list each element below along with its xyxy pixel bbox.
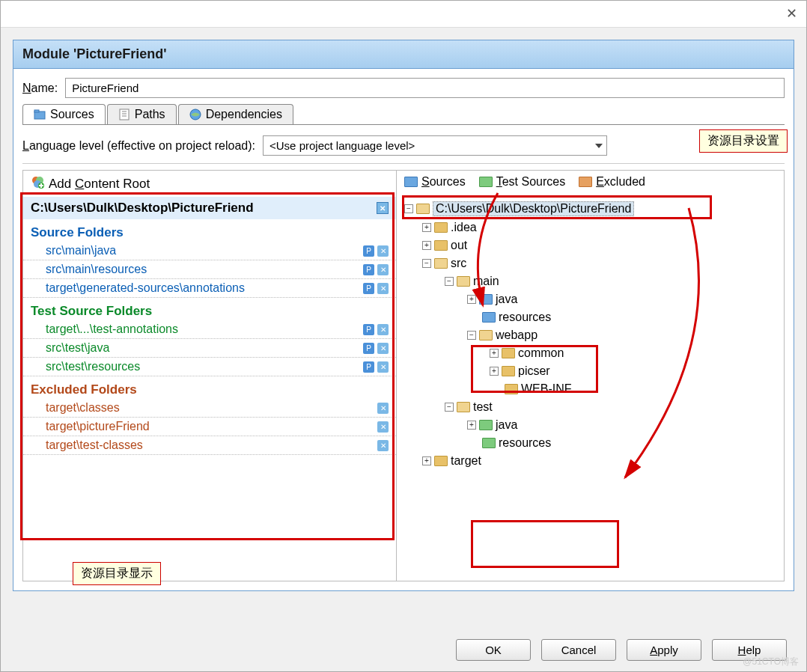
- svg-rect-2: [120, 109, 129, 120]
- expander-icon[interactable]: +: [490, 349, 499, 358]
- expander-icon[interactable]: +: [467, 295, 476, 304]
- properties-icon[interactable]: P: [363, 361, 374, 373]
- folder-green-icon: [482, 438, 496, 448]
- remove-icon[interactable]: ✕: [377, 264, 389, 275]
- expander-icon[interactable]: −: [422, 259, 431, 268]
- tree-node-target[interactable]: +target: [404, 452, 776, 470]
- test-folder-item[interactable]: src\test\javaP✕: [23, 339, 396, 358]
- source-folder-item[interactable]: src\main\javaP✕: [23, 242, 396, 260]
- expander-icon[interactable]: −: [467, 331, 476, 340]
- expander-icon[interactable]: +: [422, 223, 431, 232]
- folder-orange-icon: [579, 177, 592, 187]
- expander-icon[interactable]: +: [490, 367, 499, 376]
- source-folder-item[interactable]: target\generated-sources\annotationsP✕: [23, 279, 396, 298]
- cancel-button[interactable]: Cancel: [541, 639, 616, 661]
- folder-icon: [416, 204, 430, 214]
- folder-icon: [505, 384, 518, 394]
- expander-icon[interactable]: −: [445, 403, 454, 412]
- excluded-folder-item[interactable]: target\test-classes✕: [23, 436, 396, 455]
- module-title: Module 'PictureFriend': [13, 40, 794, 69]
- close-icon[interactable]: ✕: [786, 5, 797, 22]
- tree-node-common[interactable]: +common: [404, 344, 776, 362]
- remove-icon[interactable]: ✕: [377, 245, 389, 257]
- add-content-root[interactable]: Add Content Root: [23, 171, 396, 197]
- tree-node-src[interactable]: −src: [404, 254, 776, 272]
- remove-icon[interactable]: ✕: [377, 440, 389, 451]
- folder-icon: [434, 240, 448, 251]
- remove-icon[interactable]: ✕: [377, 343, 389, 354]
- folder-icon: [434, 258, 448, 269]
- tab-paths-label: Paths: [135, 108, 165, 121]
- test-folder-item[interactable]: src\test\resourcesP✕: [23, 358, 396, 376]
- folder-blue-icon: [404, 177, 418, 187]
- folder-blue-icon: [479, 294, 493, 305]
- excluded-folder-item[interactable]: target\classes✕: [23, 399, 396, 418]
- ok-button[interactable]: OK: [456, 639, 531, 661]
- language-level-label: Language level (effective on project rel…: [22, 139, 255, 153]
- deps-tab-icon: [189, 109, 201, 120]
- source-folders-title: Source Folders: [23, 219, 396, 242]
- folder-icon: [457, 402, 470, 412]
- callout-display: 资源目录显示: [73, 562, 161, 585]
- tree-node-java[interactable]: +java: [404, 290, 776, 308]
- language-level-row: Language level (effective on project rel…: [22, 129, 785, 164]
- name-input[interactable]: [65, 78, 785, 98]
- expander-icon[interactable]: +: [422, 456, 431, 465]
- tree-node-test[interactable]: −test: [404, 398, 776, 416]
- tree-node-picser[interactable]: +picser: [404, 362, 776, 380]
- tree-node-test-resources[interactable]: resources: [404, 434, 776, 452]
- expander-icon[interactable]: −: [404, 204, 413, 213]
- properties-icon[interactable]: P: [363, 343, 374, 354]
- tab-sources-label: Sources: [50, 108, 94, 121]
- folder-icon: [502, 348, 515, 358]
- tab-dependencies[interactable]: Dependencies: [178, 104, 293, 124]
- tree-node-test-java[interactable]: +java: [404, 416, 776, 434]
- tree-root[interactable]: −C:\Users\Dulk\Desktop\PictureFriend: [404, 199, 776, 219]
- language-level-select[interactable]: <Use project language level>: [263, 135, 607, 156]
- expander-icon[interactable]: −: [445, 277, 454, 286]
- folder-blue-icon: [482, 312, 496, 323]
- tree-node-main[interactable]: −main: [404, 272, 776, 290]
- excluded-folders-title: Excluded Folders: [23, 376, 396, 399]
- folder-icon: [457, 276, 470, 287]
- mark-test-sources[interactable]: Test Sources: [479, 175, 565, 189]
- remove-icon[interactable]: ✕: [377, 421, 389, 433]
- remove-icon[interactable]: ✕: [377, 361, 389, 373]
- tabs-row: Sources Paths Dependencies: [22, 104, 785, 125]
- apply-button[interactable]: Apply: [627, 639, 701, 661]
- content-root-row[interactable]: C:\Users\Dulk\Desktop\PictureFriend ✕: [23, 197, 396, 219]
- remove-icon[interactable]: ✕: [377, 283, 389, 294]
- expander-icon[interactable]: +: [467, 421, 476, 430]
- test-folder-item[interactable]: target\...\test-annotationsP✕: [23, 320, 396, 339]
- remove-icon[interactable]: ✕: [377, 324, 389, 335]
- tree-node-idea[interactable]: +.idea: [404, 219, 776, 236]
- excluded-folder-item[interactable]: target\pictureFriend✕: [23, 418, 396, 436]
- tree-pane: Sources Test Sources Excluded −C:\Users\…: [397, 170, 785, 581]
- expander-icon[interactable]: +: [422, 241, 431, 250]
- remove-root-icon[interactable]: ✕: [377, 202, 389, 214]
- content-root-path: C:\Users\Dulk\Desktop\PictureFriend: [31, 201, 254, 216]
- tree-node-resources[interactable]: resources: [404, 308, 776, 326]
- source-folder-item[interactable]: src\main\resourcesP✕: [23, 260, 396, 279]
- tree-node-out[interactable]: +out: [404, 236, 776, 254]
- name-label: Name:: [22, 82, 58, 95]
- callout-settings: 资源目录设置: [699, 129, 788, 153]
- tab-paths[interactable]: Paths: [107, 104, 177, 124]
- mark-excluded[interactable]: Excluded: [579, 175, 645, 189]
- properties-icon[interactable]: P: [363, 283, 374, 294]
- properties-icon[interactable]: P: [363, 264, 374, 275]
- remove-icon[interactable]: ✕: [377, 403, 389, 414]
- properties-icon[interactable]: P: [363, 245, 374, 257]
- dialog-window: ✕ Module 'PictureFriend' Name: Sources: [0, 0, 807, 672]
- titlebar: ✕: [1, 1, 806, 28]
- tab-sources[interactable]: Sources: [22, 104, 106, 124]
- module-panel: Module 'PictureFriend' Name: Sources: [13, 40, 794, 591]
- properties-icon[interactable]: P: [363, 324, 374, 335]
- name-row: Name:: [22, 78, 785, 98]
- folder-icon: [434, 456, 448, 466]
- mark-sources[interactable]: Sources: [404, 175, 466, 189]
- paths-tab-icon: [118, 109, 130, 120]
- folder-icon: [434, 222, 448, 233]
- tree-node-webinf[interactable]: WEB-INF: [404, 380, 776, 398]
- tree-node-webapp[interactable]: −webapp: [404, 326, 776, 344]
